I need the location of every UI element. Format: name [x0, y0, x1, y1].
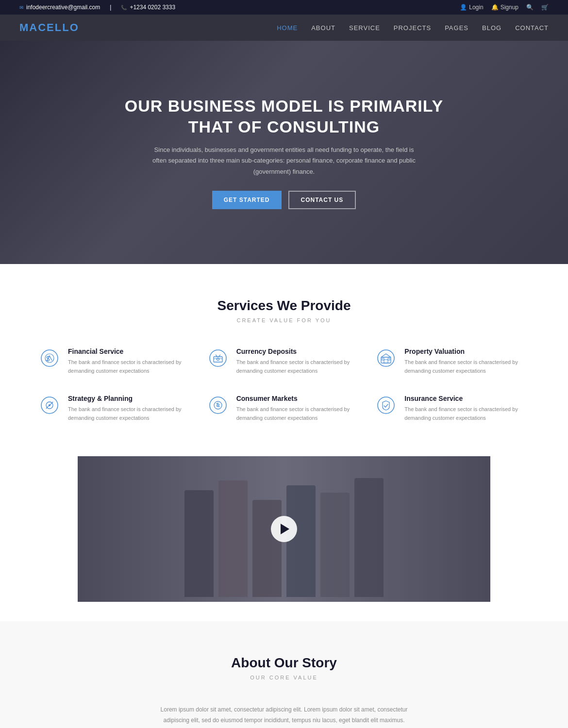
- svg-point-6: [378, 350, 394, 366]
- topbar-contact: ✉ infodeercreative@gmail.com | 📞 +1234 0…: [19, 4, 175, 11]
- service-financial-desc: The bank and finance sector is character…: [68, 358, 193, 375]
- person-2: [218, 480, 248, 597]
- signup-icon: 🔔: [491, 4, 499, 11]
- nav-item-about[interactable]: ABOUT: [311, 23, 335, 32]
- svg-text:$: $: [217, 402, 219, 408]
- hero-buttons: GET STARTED CONTACT US: [119, 191, 449, 209]
- service-insurance-desc: The bank and finance sector is character…: [404, 405, 529, 422]
- email-icon: ✉: [19, 5, 23, 10]
- person-3: [252, 500, 282, 597]
- svg-rect-10: [388, 358, 390, 360]
- person-4: [286, 485, 316, 597]
- topbar: ✉ infodeercreative@gmail.com | 📞 +1234 0…: [0, 0, 568, 15]
- nav-item-service[interactable]: SERVICE: [349, 23, 380, 32]
- service-consumer: $ Consumer Markets The bank and finance …: [207, 395, 361, 422]
- service-currency-desc: The bank and finance sector is character…: [236, 358, 361, 375]
- service-strategy-title: Strategy & Planning: [68, 395, 193, 402]
- service-insurance-text: Insurance Service The bank and finance s…: [404, 395, 529, 422]
- service-currency-text: Currency Deposits The bank and finance s…: [236, 347, 361, 375]
- service-property-text: Property Valuation The bank and finance …: [404, 347, 529, 375]
- topbar-email: ✉ infodeercreative@gmail.com: [19, 4, 100, 11]
- signup-link[interactable]: 🔔 Signup: [491, 4, 518, 11]
- service-insurance-title: Insurance Service: [404, 395, 529, 402]
- about-subtitle: OUR CORE VALUE: [39, 675, 529, 680]
- person-1: [184, 490, 214, 597]
- services-title: Services We Provide: [39, 298, 529, 314]
- service-insurance: Insurance Service The bank and finance s…: [375, 395, 529, 422]
- topbar-phone: 📞 +1234 0202 3333: [121, 4, 175, 11]
- service-property-title: Property Valuation: [404, 347, 529, 355]
- cart-icon[interactable]: 🛒: [541, 4, 549, 11]
- about-title: About Our Story: [39, 655, 529, 671]
- service-property-desc: The bank and finance sector is character…: [404, 358, 529, 375]
- insurance-icon: [375, 395, 397, 416]
- service-financial-title: Financial Service: [68, 347, 193, 355]
- play-button[interactable]: [271, 516, 297, 542]
- hero-section: OUR BUSINESS MODEL IS PRIMARILY THAT OF …: [0, 41, 568, 264]
- phone-icon: 📞: [121, 5, 127, 10]
- service-strategy: Strategy & Planning The bank and finance…: [39, 395, 193, 422]
- nav-item-blog[interactable]: BLOG: [482, 23, 501, 32]
- navbar: MACELLO HOME ABOUT SERVICE PROJECTS PAGE…: [0, 15, 568, 41]
- nav-item-home[interactable]: HOME: [277, 23, 298, 32]
- topbar-divider: |: [110, 4, 111, 11]
- services-subtitle: CREATE VALUE FOR YOU: [39, 317, 529, 323]
- services-section: Services We Provide CREATE VALUE FOR YOU…: [0, 264, 568, 447]
- services-grid: $ Financial Service The bank and finance…: [39, 347, 529, 422]
- nav-item-projects[interactable]: PROJECTS: [394, 23, 431, 32]
- service-financial-text: Financial Service The bank and finance s…: [68, 347, 193, 375]
- service-currency-title: Currency Deposits: [236, 347, 361, 355]
- financial-icon: $: [39, 347, 60, 369]
- consumer-icon: $: [207, 395, 229, 416]
- logo: MACELLO: [19, 21, 79, 34]
- svg-point-13: [49, 404, 50, 406]
- search-icon[interactable]: 🔍: [526, 4, 534, 11]
- get-started-button[interactable]: GET STARTED: [212, 191, 282, 209]
- person-5: [320, 493, 350, 597]
- service-financial: $ Financial Service The bank and finance…: [39, 347, 193, 375]
- nav-links: HOME ABOUT SERVICE PROJECTS PAGES BLOG C…: [277, 23, 549, 32]
- topbar-auth: 👤 Login 🔔 Signup 🔍 🛒: [460, 4, 549, 11]
- service-consumer-title: Consumer Markets: [236, 395, 361, 402]
- video-wrapper: [0, 447, 568, 621]
- hero-description: Since individuals, businesses and govern…: [148, 145, 420, 177]
- svg-rect-4: [214, 357, 222, 362]
- about-section: About Our Story OUR CORE VALUE Lorem ips…: [0, 621, 568, 728]
- hero-heading: OUR BUSINESS MODEL IS PRIMARILY THAT OF …: [119, 96, 449, 137]
- strategy-icon: [39, 395, 60, 416]
- about-description: Lorem ipsum dolor sit amet, consectetur …: [148, 705, 420, 726]
- svg-point-5: [217, 358, 219, 361]
- svg-point-17: [378, 397, 394, 414]
- service-currency: Currency Deposits The bank and finance s…: [207, 347, 361, 375]
- service-strategy-text: Strategy & Planning The bank and finance…: [68, 395, 193, 422]
- user-icon: 👤: [460, 4, 467, 11]
- nav-item-pages[interactable]: PAGES: [445, 23, 468, 32]
- service-consumer-desc: The bank and finance sector is character…: [236, 405, 361, 422]
- property-icon: [375, 347, 397, 369]
- video-section[interactable]: [78, 456, 490, 602]
- nav-item-contact[interactable]: CONTACT: [515, 23, 549, 32]
- svg-rect-9: [382, 358, 384, 360]
- person-6: [354, 478, 384, 597]
- svg-rect-8: [384, 360, 388, 363]
- service-property: Property Valuation The bank and finance …: [375, 347, 529, 375]
- currency-icon: [207, 347, 229, 369]
- hero-content: OUR BUSINESS MODEL IS PRIMARILY THAT OF …: [119, 96, 449, 209]
- contact-us-button[interactable]: CONTACT US: [288, 191, 356, 209]
- service-strategy-desc: The bank and finance sector is character…: [68, 405, 193, 422]
- service-consumer-text: Consumer Markets The bank and finance se…: [236, 395, 361, 422]
- login-link[interactable]: 👤 Login: [460, 4, 483, 11]
